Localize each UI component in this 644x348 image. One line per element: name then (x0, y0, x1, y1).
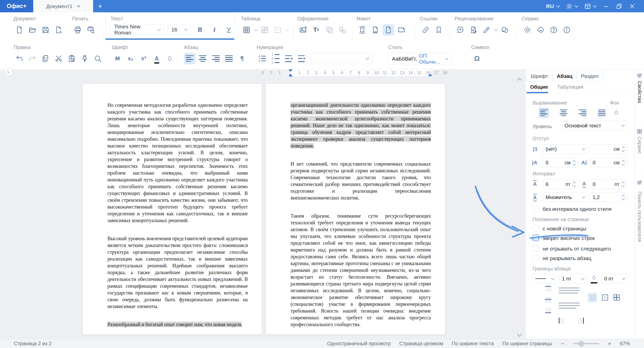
no-interval-checkbox[interactable] (533, 206, 539, 212)
pilcrow-icon[interactable]: ¶ (236, 53, 248, 64)
align-left-icon[interactable] (184, 53, 195, 64)
increase-indent-icon[interactable] (296, 53, 307, 64)
zoom-slider[interactable] (573, 343, 599, 344)
paragraph[interactable]: Но современная методология разработки од… (107, 102, 248, 224)
right-indent-value[interactable]: 0см (590, 158, 627, 167)
fit-page-width[interactable]: По ширине страницы (502, 341, 552, 346)
comments-icon[interactable] (499, 24, 510, 36)
first-line-indent-value[interactable]: см (590, 144, 627, 154)
page-portrait-icon[interactable] (383, 24, 394, 36)
help-icon[interactable] (548, 24, 559, 36)
cut-icon[interactable] (53, 53, 64, 64)
save-as-icon[interactable] (53, 24, 64, 36)
paste-icon[interactable] (66, 53, 77, 64)
border-all-button[interactable] (612, 293, 621, 302)
print-icon[interactable] (72, 24, 84, 36)
tab-font[interactable]: Шрифт (527, 71, 552, 81)
space-after-value[interactable]: 0пт (590, 179, 627, 189)
page-1[interactable]: Но современная методология разработки од… (82, 83, 262, 335)
subtab-general[interactable]: Общие (530, 84, 548, 90)
line-spacing-mode-select[interactable]: Множитель (543, 192, 588, 202)
stepper[interactable] (622, 147, 624, 152)
background-color-icon[interactable] (611, 108, 622, 118)
text-art-icon[interactable]: Tт (310, 24, 322, 36)
stepper[interactable] (622, 195, 624, 200)
undo-icon[interactable] (14, 53, 25, 64)
border-offset-select[interactable]: 0 пт (601, 274, 628, 283)
zoom-slider-thumb[interactable] (578, 341, 584, 347)
sidebar-item-properties[interactable]: Свойства (635, 73, 644, 103)
tab-section[interactable]: Раздел (577, 71, 602, 81)
keep-with-next-checkbox[interactable] (533, 245, 539, 252)
strikethrough-icon[interactable]: М (112, 53, 123, 64)
cloud-sync-icon[interactable] (535, 24, 546, 36)
bullet-list-icon[interactable] (257, 53, 268, 64)
border-top-button[interactable] (544, 284, 553, 293)
page-2[interactable]: организационной деятельности однозначно … (265, 83, 445, 335)
font-color-icon[interactable]: А (151, 53, 163, 64)
first-line-indent-marker[interactable] (289, 69, 293, 72)
line-spacing-factor-value[interactable]: 1,2 (590, 192, 627, 202)
bookmark-icon[interactable] (433, 24, 445, 36)
view-single-page[interactable]: Одностраничный просмотр (327, 341, 391, 346)
left-indent-value[interactable]: 0см (543, 158, 578, 167)
superscript-icon[interactable]: x² (138, 53, 149, 64)
border-middle-button[interactable] (544, 295, 553, 304)
font-size-select[interactable]: 16 (168, 24, 191, 35)
sidebar-item-service[interactable]: Сервис (635, 129, 644, 154)
chevron-down-icon[interactable] (254, 28, 258, 31)
document-canvas[interactable]: Но современная методология разработки од… (0, 77, 525, 339)
align-center-icon[interactable] (197, 53, 209, 64)
document-tab[interactable]: Документ1 × (33, 0, 93, 12)
ruler[interactable]: L 3 2 1 1 2 3 4 5 6 7 8 9 10 11 12 13 14… (0, 69, 525, 77)
keep-lines-checkbox[interactable] (533, 255, 539, 261)
open-icon[interactable] (27, 24, 38, 36)
window-layout-menu[interactable] (584, 3, 596, 10)
stepper[interactable] (573, 160, 575, 165)
new-document-icon[interactable] (14, 24, 25, 36)
align-right-icon[interactable] (210, 53, 222, 64)
omega-symbol-icon[interactable]: Ω (471, 53, 483, 64)
border-bottom-button[interactable] (544, 306, 553, 315)
first-line-indent-select[interactable]: (нет) (543, 144, 588, 154)
format-brush-icon[interactable] (79, 53, 91, 64)
space-before-value[interactable]: 6пт (543, 179, 578, 189)
numbered-list-icon[interactable]: 123 (270, 53, 281, 64)
subtab-tabulation[interactable]: Табуляция (557, 84, 583, 90)
level-select[interactable]: Основной текст (562, 121, 627, 130)
new-page-checkbox[interactable] (533, 225, 539, 231)
border-width-select[interactable]: 1 пт (559, 274, 587, 283)
language-switcher[interactable]: RU (546, 3, 559, 9)
settings-icon[interactable] (522, 24, 533, 36)
chevron-down-icon[interactable] (494, 28, 498, 31)
restore-icon[interactable] (616, 3, 622, 10)
print-preview-icon[interactable] (85, 24, 97, 36)
close-icon[interactable] (629, 3, 635, 10)
search-icon[interactable] (92, 53, 104, 64)
track-changes-icon[interactable] (481, 24, 492, 36)
stepper[interactable] (622, 160, 624, 165)
paragraph[interactable]: Таким образом, понимание сути ресурсосбе… (291, 213, 431, 328)
scroll-down-icon[interactable] (517, 332, 522, 337)
subscript-icon[interactable]: x₂ (125, 53, 136, 64)
stepper[interactable] (622, 182, 624, 187)
paragraph[interactable]: И нет сомнений, что представители соврем… (291, 161, 431, 201)
bold-button[interactable]: B (194, 24, 205, 35)
list-style-select[interactable] (311, 53, 373, 64)
align-justify-icon[interactable] (596, 108, 607, 118)
tab-paragraph[interactable]: Абзац (552, 71, 577, 81)
hyperlink-icon[interactable] (420, 24, 431, 36)
tab-stop-selector[interactable]: L (5, 68, 12, 75)
border-line-style-select[interactable] (533, 274, 557, 283)
orientation-icon[interactable] (356, 24, 368, 36)
margins-icon[interactable] (370, 24, 381, 36)
align-left-icon[interactable] (539, 108, 549, 118)
align-justify-icon[interactable] (223, 53, 235, 64)
save-icon[interactable] (40, 24, 51, 36)
font-family-select[interactable]: Times New Roman (110, 24, 164, 35)
highlight-color-icon[interactable] (164, 53, 176, 64)
decrease-indent-icon[interactable] (283, 53, 294, 64)
stepper[interactable] (573, 182, 575, 187)
fit-whole-page[interactable]: Страница целиком (399, 341, 443, 346)
minimize-icon[interactable] (603, 3, 609, 10)
